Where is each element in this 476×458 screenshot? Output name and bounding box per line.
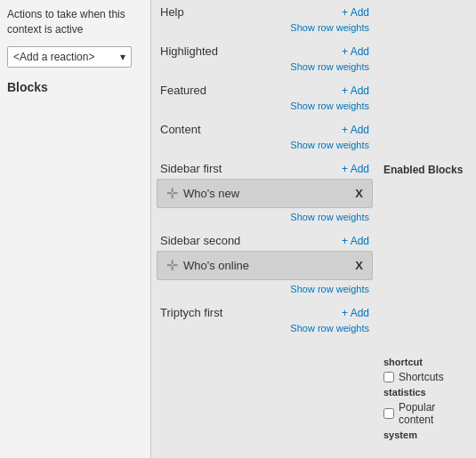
active-block-sidebar-second-0[interactable]: ✛Who's onlineX — [157, 251, 373, 280]
show-weights-help: Show row weights — [151, 20, 378, 39]
show-weights-link-sidebar-first[interactable]: Show row weights — [290, 212, 369, 222]
show-weights-link-content[interactable]: Show row weights — [290, 140, 369, 150]
drag-handle-icon[interactable]: ✛ — [166, 257, 178, 274]
section-content: Content+ AddShow row weights — [151, 117, 378, 157]
show-weights-sidebar-second: Show row weights — [151, 282, 378, 301]
enabled-blocks-label: Enabled Blocks — [383, 163, 471, 178]
show-weights-link-triptych-first[interactable]: Show row weights — [290, 323, 369, 333]
add-link-sidebar-first[interactable]: + Add — [342, 163, 369, 175]
drag-handle-icon[interactable]: ✛ — [166, 185, 178, 202]
section-header-triptych-first: Triptych first+ Add — [151, 301, 378, 321]
section-label-triptych-first: Triptych first — [160, 306, 222, 319]
blocks-heading: Blocks — [7, 80, 143, 94]
statistics-label: statistics — [383, 387, 471, 398]
left-panel: Actions to take when this context is act… — [0, 0, 151, 458]
right-panel: Enabled Blocks shortcut Shortcuts statis… — [378, 0, 476, 458]
shortcuts-checkbox-item: Shortcuts — [383, 371, 471, 383]
reaction-placeholder: <Add a reaction> — [13, 51, 94, 63]
right-area: Help+ AddShow row weightsHighlighted+ Ad… — [151, 0, 476, 458]
show-weights-link-highlighted[interactable]: Show row weights — [290, 61, 369, 72]
add-link-help[interactable]: + Add — [342, 6, 369, 19]
show-weights-sidebar-first: Show row weights — [151, 210, 378, 229]
main-panel: Help+ AddShow row weightsHighlighted+ Ad… — [151, 0, 378, 458]
section-header-sidebar-second: Sidebar second+ Add — [151, 229, 378, 249]
section-header-help: Help+ Add — [151, 0, 378, 20]
section-featured: Featured+ AddShow row weights — [151, 78, 378, 117]
section-header-sidebar-first: Sidebar first+ Add — [151, 157, 378, 177]
show-weights-link-help[interactable]: Show row weights — [290, 22, 369, 33]
shortcuts-checkbox[interactable] — [383, 372, 394, 382]
add-link-highlighted[interactable]: + Add — [342, 45, 369, 58]
popular-content-label: Popular content — [399, 401, 471, 426]
section-label-highlighted: Highlighted — [160, 44, 218, 58]
popular-content-checkbox-item: Popular content — [383, 401, 471, 426]
show-weights-triptych-first: Show row weights — [151, 321, 378, 340]
popular-content-checkbox[interactable] — [383, 408, 394, 419]
section-label-sidebar-second: Sidebar second — [160, 234, 240, 247]
block-name-label: Who's new — [183, 187, 355, 200]
add-link-content[interactable]: + Add — [342, 124, 369, 136]
dropdown-arrow-icon: ▾ — [120, 51, 125, 63]
section-triptych-first: Triptych first+ AddShow row weights — [151, 301, 378, 340]
add-link-sidebar-second[interactable]: + Add — [342, 235, 369, 247]
add-link-triptych-first[interactable]: + Add — [342, 307, 369, 319]
shortcut-label: shortcut — [383, 357, 471, 367]
show-weights-link-featured[interactable]: Show row weights — [290, 100, 369, 111]
remove-block-button[interactable]: X — [355, 187, 363, 200]
block-name-label: Who's online — [183, 259, 355, 272]
show-weights-content: Show row weights — [151, 138, 378, 157]
section-label-content: Content — [160, 123, 201, 136]
reaction-select[interactable]: <Add a reaction> ▾ — [7, 46, 132, 68]
system-label: system — [383, 430, 471, 440]
section-label-help: Help — [160, 5, 184, 19]
remove-block-button[interactable]: X — [355, 259, 363, 272]
section-help: Help+ AddShow row weights — [151, 0, 378, 39]
section-label-sidebar-first: Sidebar first — [160, 162, 222, 175]
bottom-right-info: shortcut Shortcuts statistics Popular co… — [378, 357, 476, 440]
active-block-sidebar-first-0[interactable]: ✛Who's newX — [157, 179, 373, 208]
show-weights-featured: Show row weights — [151, 99, 378, 117]
section-header-content: Content+ Add — [151, 117, 378, 138]
section-sidebar-first: Sidebar first+ Add✛Who's newXShow row we… — [151, 157, 378, 229]
context-text: Actions to take when this context is act… — [7, 7, 143, 37]
section-highlighted: Highlighted+ AddShow row weights — [151, 39, 378, 78]
shortcuts-label: Shortcuts — [399, 371, 444, 383]
section-header-featured: Featured+ Add — [151, 78, 378, 99]
section-label-featured: Featured — [160, 84, 206, 97]
show-weights-link-sidebar-second[interactable]: Show row weights — [290, 284, 369, 294]
section-sidebar-second: Sidebar second+ Add✛Who's onlineXShow ro… — [151, 229, 378, 301]
show-weights-highlighted: Show row weights — [151, 60, 378, 78]
section-header-highlighted: Highlighted+ Add — [151, 39, 378, 60]
add-link-featured[interactable]: + Add — [342, 84, 369, 97]
